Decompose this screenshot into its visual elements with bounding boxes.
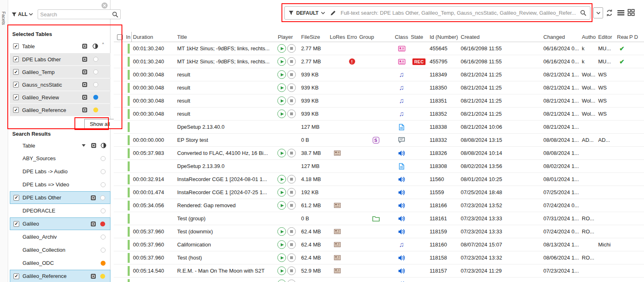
search-result-item[interactable]: ✓DPE Labs Other xyxy=(10,191,110,204)
table-row[interactable]: 00:05:37.960Californication62.4 MB♫11816… xyxy=(114,238,644,251)
selected-table-item[interactable]: ✓Galileo_Temp xyxy=(10,66,110,78)
show-all-button[interactable]: Show all xyxy=(84,119,115,129)
search-icon[interactable] xyxy=(580,10,586,16)
play-button[interactable] xyxy=(277,201,286,210)
stop-button[interactable] xyxy=(287,149,296,157)
table-row[interactable]: DpeSetup 2.13.40.0127 MB11833808/21/2024… xyxy=(114,121,644,134)
play-button[interactable] xyxy=(277,188,286,197)
table-row[interactable]: 00:00:00.000EP Story test0 BS11833208/08… xyxy=(114,134,644,147)
play-button[interactable] xyxy=(277,57,286,66)
table-checkbox[interactable]: ✓ xyxy=(14,221,19,227)
stop-button[interactable] xyxy=(287,70,296,79)
table-row[interactable]: 00:00:01.474InstaRecorder CGE 1 [2024-07… xyxy=(114,186,644,199)
play-button[interactable] xyxy=(277,83,286,92)
play-button[interactable] xyxy=(277,70,286,79)
play-button[interactable] xyxy=(277,227,286,236)
column-header-created[interactable]: Created xyxy=(459,32,542,42)
column-header-id[interactable]: Id (Number) xyxy=(428,32,459,42)
search-result-item[interactable]: Galileo_ODC xyxy=(10,257,110,269)
close-icon[interactable] xyxy=(101,2,108,9)
table-toggle-icon[interactable] xyxy=(82,94,88,100)
search-icon[interactable] xyxy=(112,11,118,18)
search-preset-label[interactable]: DEFAULT xyxy=(296,10,318,16)
table-toggle-icon[interactable] xyxy=(91,143,97,148)
table-row[interactable]: 00:00:30.048result939 KB♫11835208/21/202… xyxy=(114,107,644,121)
table-row[interactable] xyxy=(114,278,644,282)
select-all-checkbox[interactable] xyxy=(117,34,123,40)
table-toggle-icon[interactable] xyxy=(82,82,88,87)
stop-button[interactable] xyxy=(287,240,296,249)
table-row[interactable]: 00:05:34.056Rendered: Gap removed61.2 MB… xyxy=(114,199,644,212)
table-checkbox[interactable]: ✓ xyxy=(13,69,19,75)
table-row[interactable]: 00:01:30.240MT 1kHz Sinus; -9dBFS; links… xyxy=(114,42,644,55)
facet-search-input[interactable] xyxy=(40,11,112,18)
column-header-editor[interactable]: Editor xyxy=(597,32,616,42)
column-header-d[interactable]: D xyxy=(633,32,644,42)
play-button[interactable] xyxy=(277,175,286,184)
filter-icon[interactable] xyxy=(288,10,294,16)
column-header-in[interactable]: In xyxy=(125,32,132,42)
stop-button[interactable] xyxy=(287,110,296,118)
stop-button[interactable] xyxy=(287,96,296,105)
play-button[interactable] xyxy=(277,149,286,157)
search-result-item[interactable]: DPE Labs -> Audio xyxy=(10,165,110,178)
column-header-group[interactable]: Group xyxy=(358,32,394,42)
stop-button[interactable] xyxy=(287,280,296,282)
chevron-down-icon[interactable] xyxy=(321,11,325,15)
selected-table-item[interactable]: ✓Galileo_Review xyxy=(10,91,110,103)
table-checkbox[interactable]: ✓ xyxy=(13,56,19,62)
list-view-icon[interactable] xyxy=(617,10,624,16)
table-toggle-icon[interactable] xyxy=(82,56,88,62)
table-row[interactable]: 00:05:14.540R.E.M. - Man On The Moon wit… xyxy=(114,264,644,278)
table-checkbox[interactable]: ✓ xyxy=(13,82,19,87)
play-button[interactable] xyxy=(277,110,286,118)
play-button[interactable] xyxy=(277,96,286,105)
play-button[interactable] xyxy=(277,240,286,249)
table-row[interactable]: 00:00:30.048result939 KB♫11834908/21/202… xyxy=(114,68,644,81)
selected-table-item[interactable]: ✓Galileo_Reference xyxy=(10,104,110,116)
column-header-changed[interactable]: Changed xyxy=(542,32,581,42)
contrast-toggle-icon[interactable] xyxy=(92,43,98,49)
search-result-item[interactable]: Galileo_Archiv xyxy=(10,231,110,243)
column-header-title[interactable]: Title xyxy=(176,32,277,42)
search-result-item[interactable]: DPE Labs => Video xyxy=(10,178,110,191)
search-result-item[interactable]: ABY_Sources xyxy=(10,152,110,165)
search-result-item[interactable]: ✓Galileo_Reference xyxy=(10,270,110,282)
play-button[interactable] xyxy=(277,253,286,262)
search-result-item[interactable]: ✓Galileo xyxy=(10,217,110,230)
table-checkbox[interactable]: ✓ xyxy=(14,273,19,279)
stop-button[interactable] xyxy=(287,227,296,236)
play-button[interactable] xyxy=(277,44,286,53)
search-result-item[interactable]: DPEORACLE xyxy=(10,204,110,217)
table-toggle-icon[interactable] xyxy=(90,221,96,227)
grid-view-icon[interactable] xyxy=(628,9,635,16)
facet-filter-dropdown[interactable]: ALL xyxy=(11,11,34,17)
table-row[interactable]: 00:05:37.960Test (downmix)62.4 MB1181590… xyxy=(114,225,644,238)
facets-panel-tab[interactable]: Facets xyxy=(0,0,8,282)
table-row[interactable]: 00:00:32.914InstaRecorder CGE 1 [2024-08… xyxy=(114,173,644,186)
fulltext-search-input[interactable] xyxy=(340,10,579,16)
column-header-filesize[interactable]: FileSize xyxy=(300,32,329,42)
stop-button[interactable] xyxy=(287,253,296,262)
column-header-select[interactable] xyxy=(114,32,125,42)
stop-button[interactable] xyxy=(287,57,296,66)
edit-pencil-icon[interactable] xyxy=(330,10,336,16)
search-dropdown-button[interactable] xyxy=(593,7,603,18)
refresh-icon[interactable] xyxy=(606,9,613,17)
table-row[interactable]: DpeSetup 2.13.39.0127 MB11830808/02/2024… xyxy=(114,160,644,173)
column-header-state[interactable]: State xyxy=(410,32,428,42)
table-checkbox[interactable]: ✓ xyxy=(14,195,19,201)
table-row[interactable]: 00:00:30.048result939 KB♫11835008/21/202… xyxy=(114,81,644,94)
column-header-p[interactable]: P xyxy=(628,32,633,42)
table-row[interactable]: 00:05:37.983Converted to FLAC, 44100 Hz,… xyxy=(114,147,644,160)
stop-button[interactable] xyxy=(287,266,296,275)
table-toggle-icon[interactable] xyxy=(90,273,96,279)
table-checkbox[interactable]: ✓ xyxy=(13,107,19,113)
column-header-read[interactable]: Read xyxy=(616,32,628,42)
column-header-class[interactable]: Class xyxy=(394,32,410,42)
table-group-checkbox[interactable]: ✓ xyxy=(13,43,19,49)
column-header-author[interactable]: Autho xyxy=(581,32,597,42)
dropdown-caret-icon[interactable] xyxy=(82,144,86,147)
selected-table-item[interactable]: ✓Gauss_ncsStatic xyxy=(10,78,110,91)
search-result-item[interactable]: Galileo_Collection xyxy=(10,244,110,256)
